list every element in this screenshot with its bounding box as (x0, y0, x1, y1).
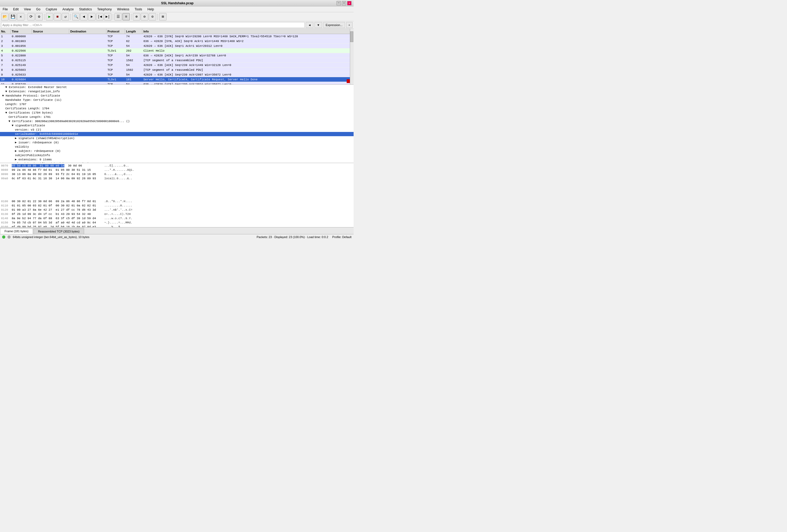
colorize-button[interactable]: ☰ (114, 13, 122, 20)
start-capture-button[interactable]: ▶ (46, 13, 53, 20)
tab-item[interactable]: Frame (181 bytes) (0, 228, 33, 234)
table-row[interactable]: 30.001956TCP5442820 → 636 [ACK] Seq=1 Ac… (0, 44, 354, 48)
table-row[interactable]: 50.022800TCP54636 → 42820 [ACK] Seq=1 Ac… (0, 53, 354, 58)
detail-item[interactable]: ► signature (shaWithRSAEncryption) (0, 136, 354, 141)
table-row[interactable]: 20.001903TCP62636 → 42820 [SYN, ACK] Seq… (0, 39, 354, 44)
table-cell (32, 39, 69, 43)
table-row[interactable]: 40.022566TLSv1292Client Hello (0, 48, 354, 53)
col-no: No. (0, 29, 10, 34)
hex-dump: 007065 5d c5 89 00 01 00 00 e0 1e 30 0d … (0, 163, 354, 227)
table-cell: 3 (0, 44, 10, 48)
table-row[interactable]: 100.026684TLSv1181Server Hello, Certific… (0, 77, 354, 82)
table-row[interactable]: 90.025633TCP5442820 → 636 [ACK] Seq=239 … (0, 72, 354, 77)
detail-item[interactable]: ► extensions: 9 items (0, 157, 354, 162)
menu-view[interactable]: View (21, 6, 34, 12)
hex-ascii: ...*.H.......0Q1. (102, 168, 134, 172)
hex-offset: 0150 (1, 221, 12, 224)
scrollbar-thumb[interactable] (350, 31, 353, 42)
menu-statistics[interactable]: Statistics (76, 6, 94, 12)
hex-offset: 0130 (1, 213, 12, 216)
table-cell (32, 53, 69, 58)
close-capture-button[interactable]: ✕ (17, 13, 24, 20)
detail-item[interactable]: serialNumber: 0x655dc58900010000e01e (0, 132, 354, 136)
hex-bytes: 30 13 06 0a 09 92 26 89 93 f2 2c 64 01 1… (12, 173, 102, 176)
stop-capture-button[interactable]: ■ (54, 13, 61, 20)
detail-item[interactable]: Handshake Type: Certificate (11) (0, 98, 354, 102)
tab-item[interactable]: Reassembled TCP (3023 bytes) (34, 228, 84, 234)
restart-button[interactable]: ↺ (62, 13, 69, 20)
detail-item[interactable]: ► subject: rdnSequence (0) (0, 149, 354, 153)
table-cell: TCP (106, 68, 125, 72)
open-file-button[interactable]: 📂 (1, 13, 8, 20)
detail-item[interactable]: ▼ Certificates (1704 bytes) (0, 111, 354, 115)
minimize-button[interactable]: ─ (337, 1, 341, 5)
packet-list-scrollbar[interactable] (350, 29, 354, 84)
go-first-button[interactable]: |◄ (96, 13, 104, 20)
menu-analyze[interactable]: Analyze (60, 6, 77, 12)
detail-item[interactable]: Certificate Length: 1701 (0, 115, 354, 119)
table-row[interactable]: 70.025149TCP5442820 → 636 [ACK] Seq=239 … (0, 63, 354, 68)
separator5 (131, 14, 131, 20)
go-last-button[interactable]: ►| (104, 13, 111, 20)
detail-item[interactable]: validity (0, 145, 354, 149)
save-file-button[interactable]: 💾 (9, 13, 17, 20)
detail-item[interactable]: Certificates Length: 1704 (0, 106, 354, 111)
zoom-out-button[interactable]: ⊖ (141, 13, 148, 20)
table-cell: 0.001956 (10, 44, 32, 48)
go-back-button[interactable]: ◄ (80, 13, 87, 20)
menu-help[interactable]: Help (145, 6, 157, 12)
detail-item[interactable]: ► issuer: rdnSequence (0) (0, 141, 354, 145)
detail-item[interactable]: Length: 1707 (0, 102, 354, 106)
capture-options-button[interactable]: ⚙ (35, 13, 43, 20)
table-row[interactable]: 60.025115TCP1502[TCP segment of a reasse… (0, 58, 354, 63)
hex-highlight: 65 5d c5 89 00 01 00 00 e0 1e (12, 164, 64, 167)
detail-item[interactable]: ▼ signedCertificate (0, 123, 354, 128)
filter-arrow-left-button[interactable]: ◄ (306, 22, 314, 28)
table-cell: 0.025633 (10, 72, 32, 77)
go-forward-button[interactable]: ► (88, 13, 95, 20)
add-filter-button[interactable]: + (346, 22, 353, 28)
main-content: No. Time Source Destination Protocol Len… (0, 29, 354, 234)
table-cell: 42820 → 636 [ACK] Seq=1 Ack=1 Win=29312 … (142, 44, 354, 48)
maximize-button[interactable]: □ (342, 1, 346, 5)
filter-dropdown-button[interactable]: ▼ (315, 22, 322, 28)
table-row[interactable]: 10.000000TCP7442820 → 636 [SYN] Seq=0 Wi… (0, 34, 354, 39)
hex-offset: 0070 (1, 164, 12, 167)
detail-text: ► issuer: rdnSequence (0) (15, 141, 59, 144)
detail-text: ▼ Certificate: 308206a130820589a00302010… (8, 120, 130, 123)
auto-scroll-button[interactable]: ≡ (122, 13, 130, 20)
menu-edit[interactable]: Edit (10, 6, 21, 12)
zoom-normal-button[interactable]: ⊙ (149, 13, 156, 20)
table-cell: 54 (125, 53, 142, 58)
menu-telephony[interactable]: Telephony (94, 6, 114, 12)
hex-bytes: 8a 9e b2 94 77 da 6f 88 63 3f c5 df 39 1… (12, 217, 102, 220)
menu-capture[interactable]: Capture (43, 6, 60, 12)
menu-wireless[interactable]: Wireless (114, 6, 132, 12)
hex-offset: 0080 (1, 168, 12, 172)
find-packet-button[interactable]: 🔍 (72, 13, 80, 20)
table-cell: 0.022800 (10, 53, 32, 58)
packet-detail: ▼ Extension: Extended Master Secret▼ Ext… (0, 85, 354, 163)
detail-item[interactable]: ▼ Certificate: 308206a130820589a00302010… (0, 119, 354, 123)
table-row[interactable]: 80.025603TCP1502[TCP segment of a reasse… (0, 68, 354, 72)
detail-text: ▼ Certificates (1704 bytes) (5, 111, 53, 114)
detail-item[interactable]: subjectPublicKeyInfo (0, 153, 354, 157)
hex-ascii: .0.."0...*.H.... (102, 200, 132, 203)
table-row[interactable]: 110.026740TCP54636 → 42820 [ACK] Seq=239… (0, 82, 354, 84)
detail-item[interactable]: ▼ Extension: renegotiation_info (0, 89, 354, 93)
col-dest: Destination (69, 29, 106, 34)
menu-file[interactable]: File (0, 6, 10, 12)
detail-item[interactable]: version: v3 (2) (0, 128, 354, 132)
resize-columns-button[interactable]: ⊞ (159, 13, 167, 20)
display-filter-input[interactable] (1, 22, 305, 28)
zoom-in-button[interactable]: ⊕ (133, 13, 140, 20)
packet-rows: 10.000000TCP7442820 → 636 [SYN] Seq=0 Wi… (0, 34, 354, 84)
table-cell (32, 77, 69, 82)
reload-button[interactable]: ⟳ (27, 13, 35, 20)
menu-tools[interactable]: Tools (132, 6, 145, 12)
close-button[interactable]: ✕ (347, 1, 352, 5)
menu-go[interactable]: Go (34, 6, 43, 12)
detail-item[interactable]: ▼ Handshake Protocol: Certificate (0, 93, 354, 98)
detail-item[interactable]: ▼ Extension: Extended Master Secret (0, 85, 354, 89)
expression-button[interactable]: Expression... (323, 22, 345, 28)
